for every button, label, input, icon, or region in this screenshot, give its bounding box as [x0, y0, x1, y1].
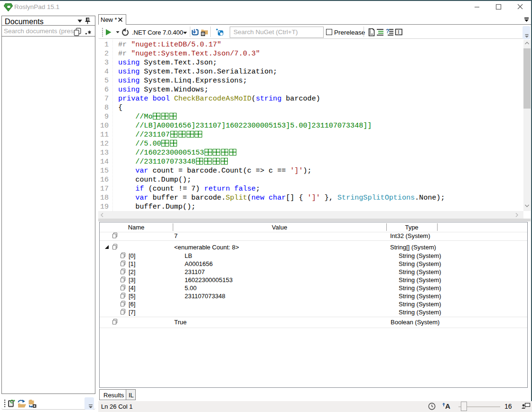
svg-text:?: ? [386, 28, 389, 35]
svg-text:I: I [398, 29, 400, 35]
